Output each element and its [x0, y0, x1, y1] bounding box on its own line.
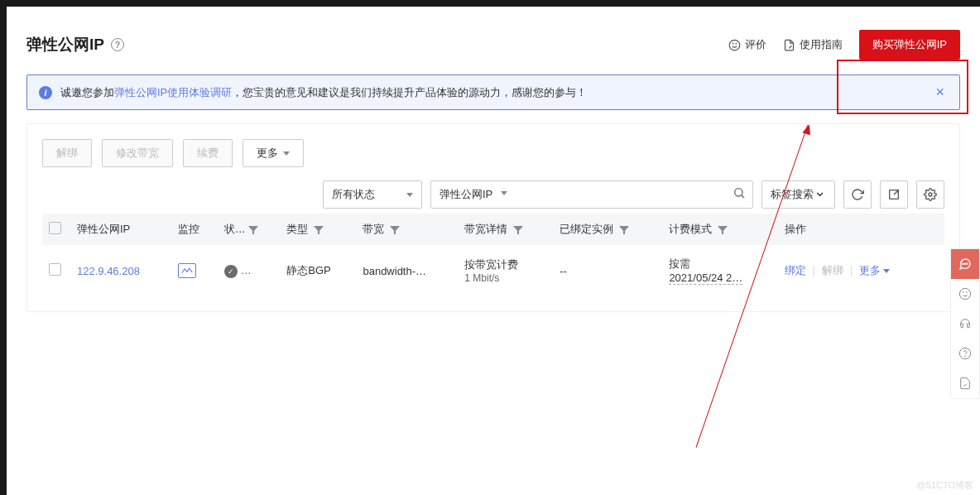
filter-icon [314, 226, 324, 234]
svg-point-14 [965, 356, 966, 357]
svg-point-6 [929, 193, 932, 196]
notice-banner: i 诚邀您参加弹性公网IP使用体验调研，您宝贵的意见和建议是我们持续提升产品体验… [26, 74, 960, 110]
page-title: 弹性公网IP ? [26, 34, 124, 55]
help-icon[interactable]: ? [111, 38, 124, 51]
status-filter-label: 所有状态 [332, 187, 375, 202]
floating-sidebar [950, 248, 980, 399]
guide-link[interactable]: 使用指南 [783, 37, 843, 52]
cell-billing: 按需 2021/05/24 2… [662, 245, 777, 296]
close-icon[interactable]: × [932, 84, 948, 101]
bind-action[interactable]: 绑定 [785, 264, 806, 276]
refresh-button[interactable] [843, 180, 872, 209]
search-icon[interactable] [733, 186, 746, 203]
filter-icon [248, 226, 258, 234]
search-type-select[interactable]: 弹性公网IP [431, 182, 516, 207]
page-header: 弹性公网IP ? 评价 使用指南 购买弹性公网IP [26, 7, 960, 74]
headset-icon[interactable] [951, 309, 979, 339]
tag-search-label: 标签搜索 [771, 187, 814, 202]
review-label: 评价 [745, 37, 766, 52]
unbind-button: 解绑 [42, 139, 92, 167]
row-more-action[interactable]: 更多 [859, 263, 890, 278]
col-monitor: 监控 [171, 214, 218, 245]
chevron-down-icon [814, 189, 826, 201]
more-label: 更多 [257, 146, 278, 161]
left-bar [0, 7, 7, 495]
guide-icon [783, 39, 795, 51]
col-bw-detail[interactable]: 带宽详情 [458, 214, 553, 245]
svg-point-12 [967, 292, 968, 293]
chat-icon[interactable] [951, 249, 979, 279]
cell-type: 静态BGP [280, 245, 356, 296]
watermark: @51CTO博客 [917, 479, 973, 492]
top-bar [0, 0, 980, 7]
guide-label: 使用指南 [800, 37, 843, 52]
cell-ops: 绑定|解绑|更多 [778, 245, 944, 296]
table-row: 122.9.46.208 … 静态BGP bandwidth-… 按带宽计费 1… [42, 245, 944, 296]
col-billing[interactable]: 计费模式 [662, 214, 777, 245]
col-status[interactable]: 状… [218, 214, 281, 245]
renew-button: 续费 [183, 139, 233, 167]
settings-button[interactable] [916, 180, 944, 209]
cell-bandwidth: bandwidth-… [356, 245, 458, 296]
tag-search[interactable]: 标签搜索 [761, 180, 835, 209]
svg-point-1 [733, 43, 733, 44]
select-all-checkbox[interactable] [49, 222, 61, 234]
col-type[interactable]: 类型 [280, 214, 356, 245]
caret-down-icon [883, 269, 890, 273]
col-bandwidth[interactable]: 带宽 [356, 214, 458, 245]
smile-icon [728, 39, 741, 51]
notice-text: 诚邀您参加弹性公网IP使用体验调研，您宝贵的意见和建议是我们持续提升产品体验的源… [60, 85, 932, 100]
feedback-icon[interactable] [951, 368, 979, 398]
cell-bw-detail: 按带宽计费 1 Mbit/s [458, 245, 553, 296]
filter-icon [390, 226, 400, 234]
question-icon[interactable] [951, 339, 979, 368]
unbind-action: 解绑 [822, 264, 843, 276]
main-panel: 解绑 修改带宽 续费 更多 所有状态 弹性公网IP [26, 123, 960, 312]
caret-down-icon [406, 193, 413, 197]
filter-icon [513, 226, 523, 234]
svg-line-4 [742, 195, 744, 198]
buy-eip-button[interactable]: 购买弹性公网IP [859, 30, 960, 60]
svg-point-9 [967, 263, 968, 264]
eip-table: 弹性公网IP 监控 状… 类型 带宽 带宽详情 已绑定实例 计费模式 操作 [42, 214, 944, 296]
ip-link[interactable]: 122.9.46.208 [77, 265, 140, 277]
status-ok-icon [224, 265, 238, 278]
status-filter[interactable]: 所有状态 [323, 180, 422, 209]
col-bound[interactable]: 已绑定实例 [553, 214, 662, 245]
svg-point-3 [735, 189, 742, 196]
filter-icon [619, 226, 629, 234]
filter-icon [718, 226, 728, 234]
svg-point-2 [736, 43, 737, 44]
export-button[interactable] [880, 180, 908, 209]
svg-point-11 [963, 292, 964, 293]
survey-link[interactable]: 弹性公网IP使用体验调研 [114, 86, 232, 99]
svg-point-7 [963, 263, 963, 264]
smile-icon[interactable] [951, 279, 979, 309]
action-bar: 解绑 修改带宽 续费 更多 [42, 139, 944, 167]
row-checkbox[interactable] [49, 263, 61, 276]
svg-point-10 [959, 288, 970, 299]
modify-bandwidth-button: 修改带宽 [102, 139, 173, 167]
filter-bar: 所有状态 弹性公网IP 标签搜索 [42, 180, 944, 209]
cell-bound: -- [553, 245, 662, 296]
col-ip: 弹性公网IP [70, 214, 171, 245]
svg-point-8 [964, 263, 965, 264]
more-button[interactable]: 更多 [243, 139, 304, 167]
info-icon: i [39, 86, 52, 99]
svg-point-13 [959, 348, 970, 358]
monitor-icon[interactable] [178, 263, 196, 278]
col-ops: 操作 [778, 214, 944, 245]
status-more: … [241, 264, 252, 276]
review-link[interactable]: 评价 [728, 37, 766, 52]
svg-point-0 [729, 40, 740, 50]
caret-down-icon [283, 151, 290, 156]
table-header-row: 弹性公网IP 监控 状… 类型 带宽 带宽详情 已绑定实例 计费模式 操作 [42, 214, 944, 245]
search-box[interactable]: 弹性公网IP [430, 180, 753, 209]
page-title-text: 弹性公网IP [26, 34, 104, 55]
